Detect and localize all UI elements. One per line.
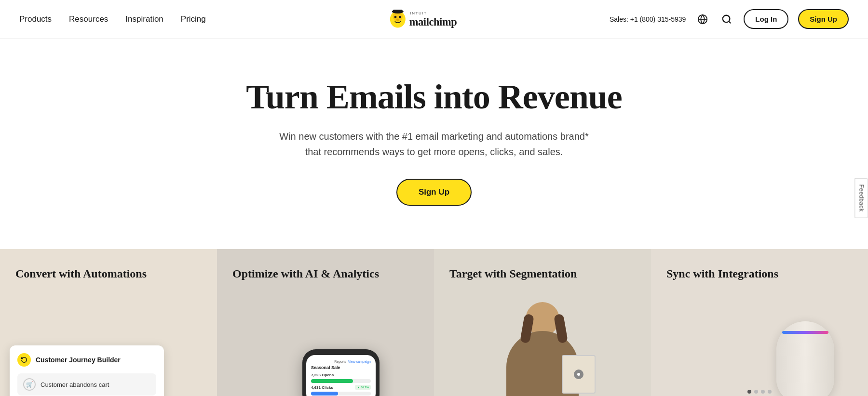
opens-bar-fill — [311, 379, 353, 383]
signup-hero-button[interactable]: Sign Up — [396, 179, 472, 206]
feature-card-integrations[interactable]: Sync with Integrations — [651, 249, 868, 396]
sales-phone: Sales: +1 (800) 315-5939 — [610, 15, 686, 23]
journey-cart-row: 🛒 Customer abandons cart — [17, 373, 156, 396]
dot-inactive-2 — [761, 390, 765, 394]
phone-mockup: Reports View campaign Seasonal Sale 7,32… — [302, 349, 380, 396]
feature-grid: Convert with Automations Customer Journe… — [0, 249, 868, 396]
journey-builder-title: Customer Journey Builder — [36, 356, 121, 364]
nav-pricing[interactable]: Pricing — [181, 14, 206, 24]
person-image — [494, 297, 591, 396]
feature-card-analytics[interactable]: Optimize with AI & Analytics Reports Vie… — [217, 249, 434, 396]
hero-title: Turn Emails into Revenue — [19, 77, 849, 117]
nav-products[interactable]: Products — [19, 14, 52, 24]
mailchimp-logo[interactable]: INTUIT mailchimp — [388, 8, 480, 31]
login-button[interactable]: Log In — [744, 9, 788, 29]
search-icon-button[interactable] — [719, 12, 734, 26]
cart-icon: 🛒 — [23, 378, 36, 391]
feature-card-segmentation[interactable]: Target with Segmentation — [434, 249, 651, 396]
feature-label-integrations: Sync with Integrations — [651, 249, 868, 291]
globe-icon — [697, 14, 708, 25]
journey-builder-mockup: Customer Journey Builder 🛒 Customer aban… — [10, 345, 164, 396]
svg-rect-6 — [393, 10, 402, 13]
svg-point-4 — [396, 18, 399, 21]
phone-header-text: Reports View campaign — [311, 360, 371, 363]
feature-label-analytics: Optimize with AI & Analytics — [217, 249, 434, 291]
phone-screen: Reports View campaign Seasonal Sale 7,32… — [306, 355, 376, 396]
journey-builder-header: Customer Journey Builder — [17, 353, 156, 367]
svg-point-2 — [394, 15, 397, 18]
nav-inspiration[interactable]: Inspiration — [125, 14, 163, 24]
svg-text:INTUIT: INTUIT — [410, 11, 427, 15]
nav-resources[interactable]: Resources — [69, 14, 108, 24]
feedback-tab[interactable]: Feedback — [855, 178, 868, 218]
opens-bar — [311, 379, 371, 383]
phone-opens: 7,326 Opens — [311, 373, 371, 377]
journey-builder-icon — [17, 353, 31, 367]
svg-point-11 — [723, 15, 730, 22]
phone-outer: Reports View campaign Seasonal Sale 7,32… — [302, 349, 380, 396]
device-image — [776, 307, 849, 396]
clicks-bar-fill — [311, 392, 338, 396]
carousel-dots — [747, 390, 772, 394]
dot-inactive-3 — [768, 390, 772, 394]
cart-row-text: Customer abandons cart — [41, 381, 109, 388]
phone-clicks: 4,631 Clicks ▲ 66.7% — [311, 385, 371, 390]
globe-icon-button[interactable] — [695, 12, 710, 26]
clicks-bar — [311, 392, 371, 396]
search-icon — [721, 14, 732, 25]
feature-label-automations: Convert with Automations — [0, 249, 217, 291]
navbar: Products Resources Inspiration Pricing — [0, 0, 868, 39]
dot-active — [747, 390, 751, 394]
logo-container: INTUIT mailchimp — [388, 8, 480, 31]
nav-left: Products Resources Inspiration Pricing — [19, 14, 206, 24]
feature-card-automations[interactable]: Convert with Automations Customer Journe… — [0, 249, 217, 396]
svg-point-3 — [399, 15, 401, 18]
phone-campaign-title: Seasonal Sale — [311, 365, 371, 370]
hero-section: Turn Emails into Revenue Win new custome… — [0, 39, 868, 249]
nav-right: Sales: +1 (800) 315-5939 Log In Sign Up — [610, 9, 849, 29]
dot-inactive-1 — [754, 390, 758, 394]
svg-line-12 — [729, 21, 731, 23]
signup-nav-button[interactable]: Sign Up — [798, 9, 849, 29]
cylinder-device — [776, 321, 834, 396]
hero-subtitle: Win new customers with the #1 email mark… — [270, 129, 598, 159]
feature-label-segmentation: Target with Segmentation — [434, 249, 651, 291]
svg-text:mailchimp: mailchimp — [409, 15, 457, 27]
